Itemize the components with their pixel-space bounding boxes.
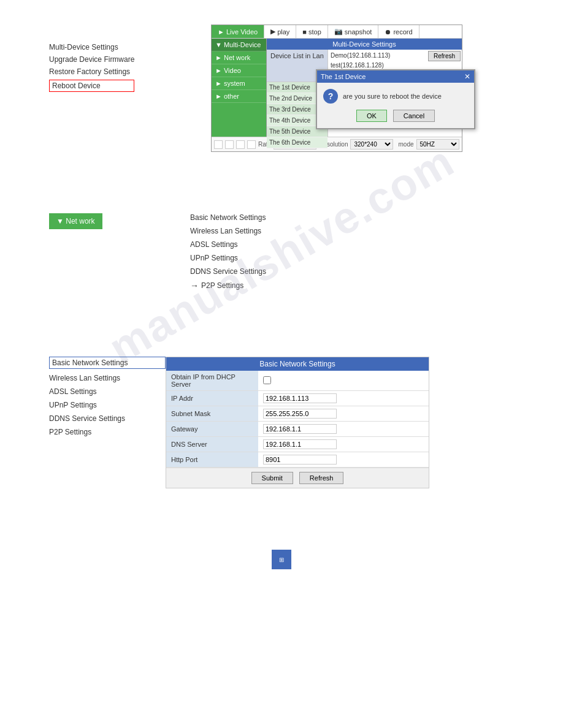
field-label-http: Http Port xyxy=(166,452,258,468)
nav-video[interactable]: ► Video xyxy=(212,64,266,77)
settings-table: Obtain IP from DHCP Server IP Addr Subne… xyxy=(166,371,429,468)
ip-addr-input[interactable] xyxy=(263,393,337,403)
field-empty-ip xyxy=(411,391,429,406)
stop-icon: ■ xyxy=(302,28,307,36)
dialog-close-icon[interactable]: ✕ xyxy=(464,72,470,81)
nav-system-label: ► system xyxy=(215,80,245,87)
field-label-dns: DNS Server xyxy=(166,437,258,452)
nav-network[interactable]: ► Net work xyxy=(212,51,266,64)
s-upnp[interactable]: UPnP Settings xyxy=(49,401,166,409)
dialog-ok-button[interactable]: OK xyxy=(356,110,387,122)
left-nav: ▼ Multi-Device ► Net work ► Video ► syst… xyxy=(212,39,267,137)
bottom-icon: ⊞ xyxy=(272,550,291,569)
s-wireless[interactable]: Wireless Lan Settings xyxy=(49,374,166,382)
menu-restore-factory[interactable]: Restore Factory Settings xyxy=(49,67,134,76)
record-icon: ⏺ xyxy=(385,28,391,36)
section4: ⊞ xyxy=(0,550,563,594)
refresh-button[interactable]: Refresh xyxy=(428,51,461,61)
field-empty-subnet xyxy=(411,406,429,422)
nav-video-label: ► Video xyxy=(215,67,241,74)
settings-footer: Submit Refresh xyxy=(166,468,429,488)
network-left: ▼ Net work xyxy=(49,213,172,295)
nav-multi-device[interactable]: ▼ Multi-Device xyxy=(212,39,266,51)
section1: Multi-Device Settings Upgrade Device Fir… xyxy=(0,12,563,164)
dns-input[interactable] xyxy=(263,439,337,449)
field-value-dhcp xyxy=(258,371,411,391)
submit-button[interactable]: Submit xyxy=(251,472,293,484)
dialog-titlebar: The 1st Device ✕ xyxy=(317,70,474,83)
table-row: DNS Server xyxy=(166,437,429,452)
network-button[interactable]: ▼ Net work xyxy=(49,213,102,229)
field-value-http xyxy=(258,452,411,468)
net-ddns[interactable]: DDNS Service Settings xyxy=(190,267,266,276)
device-row-6[interactable]: The 6th Device xyxy=(267,137,327,148)
ctrl-radio-3[interactable] xyxy=(236,140,245,149)
net-wireless[interactable]: Wireless Lan Settings xyxy=(190,227,266,235)
field-empty-dns xyxy=(411,437,429,452)
s-p2p[interactable]: P2P Settings xyxy=(49,428,166,436)
camera-panel: ► Live Video ▶ play ■ stop 📷 snapshot ⏺ … xyxy=(211,25,462,152)
net-upnp[interactable]: UPnP Settings xyxy=(190,254,266,262)
table-row: IP Addr xyxy=(166,391,429,406)
live-video-btn[interactable]: ► Live Video xyxy=(212,25,264,38)
dialog-body: ? are you sure to reboot the device xyxy=(317,83,474,110)
bottom-icon-symbol: ⊞ xyxy=(279,556,284,563)
snapshot-btn[interactable]: 📷 snapshot xyxy=(328,25,379,38)
dialog-message: are you sure to reboot the device xyxy=(343,93,442,100)
dialog-buttons: OK Cancel xyxy=(317,110,474,128)
confirm-dialog: The 1st Device ✕ ? are you sure to reboo… xyxy=(316,69,475,129)
network-right: Basic Network Settings Wireless Lan Sett… xyxy=(190,213,266,295)
subnet-input[interactable] xyxy=(263,409,337,419)
nav-network-label: ► Net work xyxy=(215,54,250,61)
resolution-select[interactable]: 320*240 xyxy=(350,139,393,150)
s-adsl[interactable]: ADSL Settings xyxy=(49,387,166,396)
field-label-subnet: Subnet Mask xyxy=(166,406,258,422)
field-value-subnet xyxy=(258,406,411,422)
menu-upgrade-firmware[interactable]: Upgrade Device Firmware xyxy=(49,55,134,64)
nav-other-label: ► other xyxy=(215,93,239,100)
field-empty-gateway xyxy=(411,422,429,437)
left-menu: Multi-Device Settings Upgrade Device Fir… xyxy=(49,43,134,96)
right-panel: Multi-Device Settings Device List in Lan… xyxy=(267,39,462,137)
settings-left: Basic Network Settings Wireless Lan Sett… xyxy=(49,357,166,488)
net-basic[interactable]: Basic Network Settings xyxy=(190,213,266,222)
dialog-question-icon: ? xyxy=(323,89,338,104)
menu-reboot-device[interactable]: Reboot Device xyxy=(49,80,134,92)
settings-panel: Basic Network Settings Obtain IP from DH… xyxy=(166,357,429,488)
s-ddns[interactable]: DDNS Service Settings xyxy=(49,414,166,423)
menu-multi-device[interactable]: Multi-Device Settings xyxy=(49,43,134,51)
field-label-gateway: Gateway xyxy=(166,422,258,437)
device-entry-1: Demo(192.168.1.113) xyxy=(331,51,424,61)
s-basic-network[interactable]: Basic Network Settings xyxy=(49,357,166,369)
field-label-ip: IP Addr xyxy=(166,391,258,406)
field-label-dhcp: Obtain IP from DHCP Server xyxy=(166,371,258,391)
mode-select[interactable]: 50HZ xyxy=(416,139,459,150)
record-btn[interactable]: ⏺ record xyxy=(378,25,419,38)
play-icon: ▶ xyxy=(270,28,275,36)
net-p2p[interactable]: → P2P Settings xyxy=(190,281,266,290)
field-empty-http xyxy=(411,452,429,468)
gateway-input[interactable] xyxy=(263,424,337,434)
settings-panel-header: Basic Network Settings xyxy=(166,357,429,371)
refresh-settings-button[interactable]: Refresh xyxy=(299,472,344,484)
nav-system[interactable]: ► system xyxy=(212,77,266,90)
table-row: Gateway xyxy=(166,422,429,437)
table-row: Subnet Mask xyxy=(166,406,429,422)
nav-other[interactable]: ► other xyxy=(212,90,266,103)
ctrl-radio-1[interactable] xyxy=(214,140,223,149)
section3: Basic Network Settings Wireless Lan Sett… xyxy=(0,344,563,501)
field-value-ip xyxy=(258,391,411,406)
snapshot-icon: 📷 xyxy=(334,28,343,36)
net-adsl[interactable]: ADSL Settings xyxy=(190,240,266,249)
dhcp-checkbox[interactable] xyxy=(263,376,271,384)
play-btn[interactable]: ▶ play xyxy=(264,25,296,38)
ctrl-radio-2[interactable] xyxy=(225,140,234,149)
http-port-input[interactable] xyxy=(263,455,337,464)
section2: manualshive.com ▼ Net work Basic Network… xyxy=(0,201,563,308)
ctrl-radio-4[interactable] xyxy=(247,140,256,149)
arrow-icon: → xyxy=(190,281,199,290)
stop-btn[interactable]: ■ stop xyxy=(296,25,327,38)
dialog-cancel-button[interactable]: Cancel xyxy=(393,110,435,122)
panel-body: ▼ Multi-Device ► Net work ► Video ► syst… xyxy=(212,39,462,137)
camera-toolbar: ► Live Video ▶ play ■ stop 📷 snapshot ⏺ … xyxy=(212,25,462,39)
